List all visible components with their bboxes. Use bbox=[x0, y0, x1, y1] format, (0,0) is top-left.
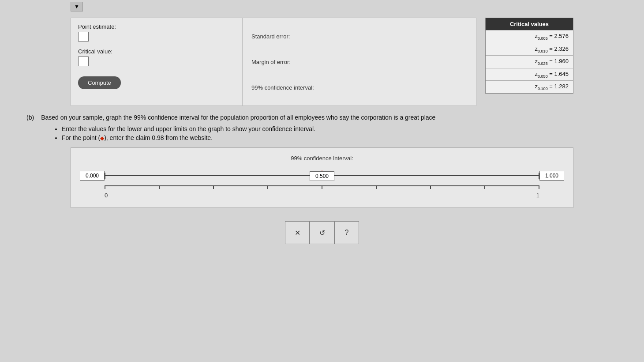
instruction-2: For the point (◆), enter the claim 0.98 … bbox=[62, 134, 618, 141]
cv-row-3: z0.025 = 1.960 bbox=[486, 55, 573, 68]
ruler-tick-1 bbox=[159, 185, 160, 189]
standard-error-row: Standard error: bbox=[251, 30, 467, 43]
cv-z-label-1: z0.005 = 2.576 bbox=[535, 33, 569, 41]
track-line-wrapper bbox=[105, 168, 539, 184]
critical-value-input[interactable] bbox=[78, 57, 89, 66]
critical-values-table: Critical values z0.005 = 2.576 z0.010 = … bbox=[485, 18, 573, 94]
ruler-tick-7 bbox=[484, 185, 485, 189]
ruler-tick-4 bbox=[322, 185, 322, 189]
chevron-area: ▼ bbox=[0, 0, 644, 13]
ruler-label-right: 1 bbox=[536, 192, 539, 199]
instruction-1-text: Enter the values for the lower and upper… bbox=[62, 125, 315, 132]
ruler-tick-6 bbox=[430, 185, 431, 189]
part-b-header: (b) Based on your sample, graph the 99% … bbox=[26, 114, 618, 121]
ruler-tick-2 bbox=[213, 185, 214, 189]
margin-of-error-label: Margin of error: bbox=[251, 59, 291, 65]
page-wrapper: ▼ Point estimate: Critical value: Comput… bbox=[0, 0, 644, 362]
cv-z-label-4: z0.050 = 1.645 bbox=[535, 71, 569, 79]
x-button[interactable]: ✕ bbox=[285, 221, 310, 244]
right-panel: Critical values z0.005 = 2.576 z0.010 = … bbox=[485, 18, 573, 106]
instruction-1: Enter the values for the lower and upper… bbox=[62, 125, 618, 132]
top-section: Point estimate: Critical value: Compute … bbox=[0, 13, 644, 106]
instructions-list: Enter the values for the lower and upper… bbox=[62, 125, 618, 141]
undo-button[interactable]: ↺ bbox=[310, 221, 334, 244]
ruler-labels: 0 1 bbox=[105, 192, 539, 199]
cv-z-label-3: z0.025 = 1.960 bbox=[535, 58, 569, 66]
critical-value-label: Critical value: bbox=[78, 48, 235, 55]
right-limit-input[interactable] bbox=[539, 171, 564, 181]
cv-row-1: z0.005 = 2.576 bbox=[486, 30, 573, 43]
ruler-tick-8 bbox=[539, 185, 539, 189]
left-panel: Point estimate: Critical value: Compute bbox=[71, 18, 243, 106]
ruler-tick-3 bbox=[267, 185, 268, 189]
graph-container: 99% confidence interval: bbox=[71, 147, 573, 208]
ruler-tick-0 bbox=[105, 185, 105, 189]
part-b-label: (b) bbox=[26, 114, 34, 121]
ruler-label-left: 0 bbox=[105, 192, 108, 199]
chevron-button[interactable]: ▼ bbox=[71, 2, 83, 11]
confidence-interval-label: 99% confidence interval: bbox=[251, 84, 314, 91]
track-row bbox=[80, 168, 564, 184]
center-label-wrapper bbox=[310, 171, 334, 181]
track-tick-right bbox=[539, 173, 539, 179]
cv-z-label-2: z0.010 = 2.326 bbox=[535, 45, 569, 53]
part-b-text: Based on your sample, graph the 99% conf… bbox=[41, 114, 435, 121]
margin-of-error-row: Margin of error: bbox=[251, 55, 467, 69]
point-estimate-label: Point estimate: bbox=[78, 23, 235, 30]
cv-row-2: z0.010 = 2.326 bbox=[486, 43, 573, 56]
diamond-icon: ◆ bbox=[100, 135, 104, 141]
cv-row-4: z0.050 = 1.645 bbox=[486, 68, 573, 81]
cv-row-5: z0.100 = 1.282 bbox=[486, 80, 573, 93]
graph-title: 99% confidence interval: bbox=[80, 155, 564, 162]
cv-z-label-5: z0.100 = 1.282 bbox=[535, 83, 569, 91]
part-b-section: (b) Based on your sample, graph the 99% … bbox=[0, 106, 644, 141]
standard-error-label: Standard error: bbox=[251, 33, 290, 40]
center-value-input[interactable] bbox=[310, 171, 334, 181]
track-tick-left bbox=[105, 173, 105, 179]
bottom-buttons: ✕ ↺ ? bbox=[0, 221, 644, 244]
chevron-icon: ▼ bbox=[74, 4, 79, 10]
ruler-tick-5 bbox=[376, 185, 377, 189]
compute-button[interactable]: Compute bbox=[78, 76, 121, 89]
ruler-row: 0 1 bbox=[80, 185, 564, 199]
help-button[interactable]: ? bbox=[334, 221, 359, 244]
critical-values-header: Critical values bbox=[486, 18, 573, 30]
confidence-interval-row: 99% confidence interval: bbox=[251, 81, 467, 94]
left-limit-input[interactable] bbox=[80, 171, 105, 181]
ruler-ticks bbox=[105, 185, 539, 189]
point-estimate-input[interactable] bbox=[78, 32, 89, 41]
middle-panel: Standard error: Margin of error: 99% con… bbox=[243, 18, 476, 106]
